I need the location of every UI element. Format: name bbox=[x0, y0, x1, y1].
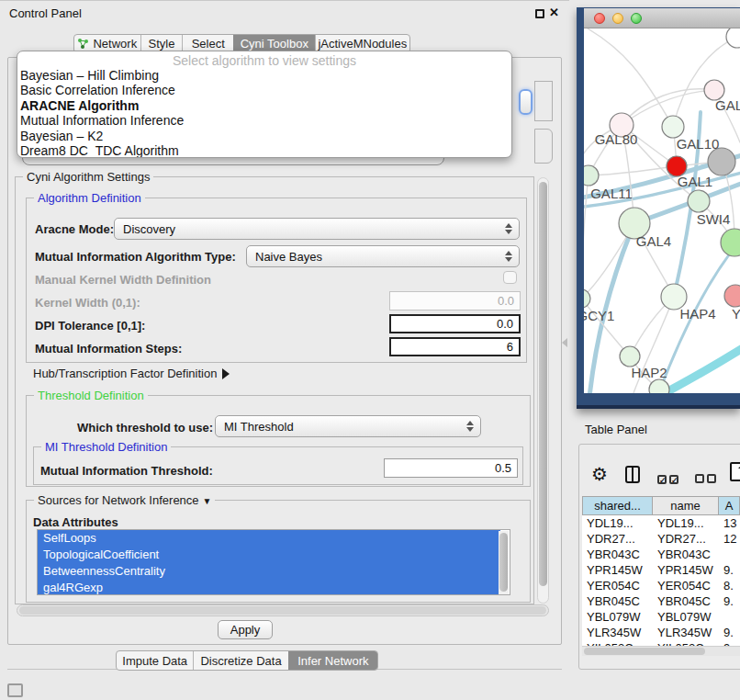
network-node[interactable] bbox=[620, 346, 640, 367]
network-canvas[interactable]: GALGAL80GAL10GAL1GAL11SWI4GAL4GCY1HAP4YH… bbox=[584, 28, 740, 393]
tab-label: Discretize Data bbox=[200, 654, 281, 668]
table-row[interactable]: YDR27...YDR27...12 bbox=[582, 531, 740, 547]
network-node[interactable] bbox=[726, 28, 740, 48]
combo-value: Discovery bbox=[123, 222, 175, 236]
network-window-titlebar[interactable] bbox=[584, 8, 740, 28]
table-row[interactable]: YLR345WYLR345W9. bbox=[582, 625, 740, 640]
table-cell: 9. bbox=[719, 562, 740, 578]
apply-button[interactable]: Apply bbox=[218, 620, 273, 639]
tab-infer-network[interactable]: Infer Network bbox=[288, 651, 377, 670]
split-columns-icon[interactable] bbox=[625, 466, 640, 483]
scrollbar-thumb[interactable] bbox=[499, 533, 508, 592]
network-node[interactable] bbox=[649, 379, 669, 393]
new-table-icon[interactable] bbox=[730, 462, 740, 481]
table-row[interactable]: YPR145WYPR145W9. bbox=[582, 562, 740, 578]
node-table: shared... name A YDL19...YDL19...13YDR27… bbox=[582, 496, 740, 646]
algorithm-menu-item[interactable]: Bayesian – Hill Climbing bbox=[17, 68, 511, 83]
list-scrollbar[interactable] bbox=[499, 531, 509, 595]
tab-label: Cyni Toolbox bbox=[241, 37, 308, 51]
mi-type-combo[interactable]: Naive Bayes bbox=[246, 245, 520, 267]
hide-columns-icon[interactable] bbox=[695, 470, 719, 487]
close-traffic-light-icon[interactable] bbox=[594, 13, 605, 24]
aracne-mode-combo[interactable]: Discovery bbox=[114, 218, 520, 240]
scrollbar-thumb[interactable] bbox=[19, 606, 546, 615]
network-edge bbox=[673, 37, 737, 127]
table-cell: 12 bbox=[719, 531, 740, 547]
column-header-name[interactable]: name bbox=[653, 496, 719, 515]
table-row[interactable]: YBR045CYBR045C9. bbox=[582, 593, 740, 609]
tab-label: Style bbox=[149, 37, 175, 51]
show-columns-icon[interactable]: ✓✓ bbox=[657, 470, 681, 487]
combo-stepper-icon bbox=[505, 251, 512, 262]
table-cell: YBR043C bbox=[582, 547, 653, 562]
column-header-shared-name[interactable]: shared... bbox=[582, 496, 653, 515]
network-node[interactable] bbox=[584, 165, 599, 186]
table-panel-title: Table Panel bbox=[585, 423, 647, 436]
table-row[interactable]: YBR043CYBR043C bbox=[582, 547, 740, 562]
close-icon[interactable]: ✕ bbox=[549, 6, 559, 19]
table-cell: YER054C bbox=[653, 578, 719, 593]
network-node[interactable] bbox=[688, 190, 710, 212]
hidden-group-fragment bbox=[534, 81, 553, 121]
network-node-label: GAL80 bbox=[595, 131, 638, 147]
table-row[interactable]: YDL19...YDL19...13 bbox=[582, 515, 740, 531]
popup-placeholder: Select algorithm to view settings bbox=[17, 53, 511, 68]
hub-section-toggle[interactable]: Hub/Transcription Factor Definition bbox=[33, 367, 230, 380]
gear-icon[interactable]: ⚙ bbox=[591, 463, 608, 485]
scrollbar-thumb[interactable] bbox=[539, 182, 547, 586]
kernel-width-field[interactable]: 0.0 bbox=[389, 291, 521, 310]
settings-vertical-scrollbar[interactable] bbox=[537, 177, 549, 604]
network-edge bbox=[588, 28, 673, 127]
algorithm-menu-item[interactable]: Bayesian – K2 bbox=[17, 129, 511, 143]
show-panel-icon[interactable] bbox=[7, 683, 23, 697]
window-frame-shade bbox=[577, 405, 740, 409]
algorithm-definition-title: Algorithm Definition bbox=[34, 191, 145, 205]
algorithm-menu-item[interactable]: ARACNE Algorithm bbox=[17, 98, 511, 113]
mi-threshold-field[interactable]: 0.5 bbox=[384, 458, 518, 478]
algorithm-menu-item[interactable]: Dream8 DC_TDC Algorithm bbox=[17, 143, 511, 158]
scrollbar-thumb[interactable] bbox=[584, 648, 705, 655]
network-node[interactable] bbox=[662, 116, 684, 138]
float-window-icon[interactable] bbox=[535, 9, 544, 18]
tab-label: Network bbox=[93, 37, 137, 51]
network-edge bbox=[584, 175, 589, 299]
data-attribute-item[interactable]: TopologicalCoefficient bbox=[38, 547, 500, 563]
network-node[interactable] bbox=[708, 148, 735, 175]
table-horizontal-scrollbar[interactable] bbox=[582, 646, 740, 656]
focused-combo-fragment[interactable] bbox=[519, 89, 533, 115]
attr-items: SelfLoopsTopologicalCoefficientBetweenne… bbox=[38, 530, 510, 595]
combo-value: Naive Bayes bbox=[255, 250, 322, 264]
splitter-handle-icon[interactable] bbox=[562, 338, 567, 347]
unchecked-box-icon bbox=[707, 474, 716, 483]
algorithm-menu-item[interactable]: Basic Correlation Inference bbox=[17, 83, 511, 97]
table-row[interactable]: YER054CYER054C8. bbox=[582, 578, 740, 593]
mi-steps-field[interactable]: 6 bbox=[389, 337, 521, 356]
data-attribute-item[interactable]: gal4RGexp bbox=[38, 580, 500, 595]
data-attribute-item[interactable]: SelfLoops bbox=[38, 530, 500, 547]
zoom-traffic-light-icon[interactable] bbox=[631, 13, 642, 24]
table-cell: 9. bbox=[719, 625, 740, 640]
manual-kernel-checkbox[interactable] bbox=[503, 271, 517, 284]
column-header-partial[interactable]: A bbox=[719, 496, 740, 515]
network-node[interactable] bbox=[584, 289, 590, 308]
sources-group-title[interactable]: Sources for Network Inference▼ bbox=[34, 493, 215, 507]
which-threshold-combo[interactable]: MI Threshold bbox=[215, 415, 481, 437]
minimize-traffic-light-icon[interactable] bbox=[612, 13, 623, 24]
tab-discretize-data[interactable]: Discretize Data bbox=[193, 651, 287, 670]
algorithm-menu-item[interactable]: Mutual Information Inference bbox=[17, 113, 511, 128]
network-node[interactable] bbox=[721, 229, 740, 256]
table-cell: YLR345W bbox=[653, 625, 719, 640]
network-node-label: GAL4 bbox=[636, 233, 671, 249]
settings-horizontal-scrollbar[interactable] bbox=[17, 604, 549, 616]
mi-type-label: Mutual Information Algorithm Type: bbox=[35, 250, 236, 264]
dpi-tolerance-field[interactable]: 0.0 bbox=[389, 314, 521, 333]
table-row[interactable]: YBL079WYBL079W bbox=[582, 609, 740, 625]
expand-icon bbox=[222, 368, 230, 379]
table-cell bbox=[719, 547, 740, 562]
network-node[interactable] bbox=[724, 285, 740, 307]
table-cell: YBR043C bbox=[653, 547, 719, 562]
table-cell: YDL19... bbox=[653, 515, 719, 531]
table-cell bbox=[719, 609, 740, 625]
data-attribute-item[interactable]: BetweennessCentrality bbox=[38, 563, 500, 580]
tab-impute-data[interactable]: Impute Data bbox=[117, 651, 193, 670]
